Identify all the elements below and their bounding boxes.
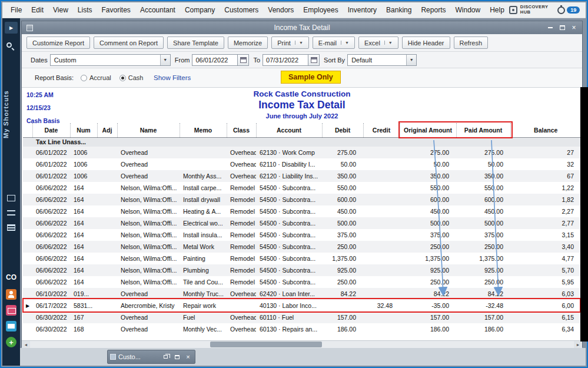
table-row[interactable]: 06/30/2022167OverheadFuelOverhead60110 ·… — [23, 311, 581, 323]
share-template-button[interactable]: Share Template — [167, 37, 224, 49]
mail-icon[interactable] — [6, 321, 16, 331]
camera-icon[interactable] — [6, 305, 16, 316]
calendar-icon — [311, 57, 317, 63]
to-date-input[interactable]: 07/31/2022 — [263, 54, 308, 66]
refresh-button[interactable]: Refresh — [454, 37, 489, 49]
maximize-button[interactable] — [556, 23, 568, 33]
customize-report-button[interactable]: Customize Report — [26, 37, 90, 49]
timer-button[interactable]: 19 — [557, 6, 580, 14]
scrollbar-thumb[interactable] — [210, 342, 322, 347]
menu-item-employees[interactable]: Employees — [298, 2, 343, 18]
grid-icon[interactable] — [7, 224, 15, 231]
horizontal-scrollbar[interactable]: ◄ ► — [22, 340, 582, 348]
report-basis-label: Report Basis: — [35, 74, 74, 81]
menu-item-favorites[interactable]: Favorites — [97, 2, 135, 18]
memorize-button[interactable]: Memorize — [228, 37, 268, 49]
column-header-paid-amount[interactable]: Paid Amount — [456, 123, 510, 137]
menu-item-company[interactable]: Company — [180, 2, 220, 18]
chevron-down-icon[interactable]: ▼ — [341, 41, 349, 45]
cell-account: 54500 · Subcontra... — [256, 276, 322, 288]
comment-on-report-button[interactable]: Comment on Report — [94, 37, 164, 49]
cell-adj — [97, 170, 117, 182]
minimize-button[interactable] — [544, 23, 556, 33]
menu-item-customers[interactable]: Customers — [220, 2, 263, 18]
e-mail-button[interactable]: E-mail▼ — [313, 37, 355, 49]
column-header-class[interactable]: Class — [227, 123, 256, 137]
from-calendar-button[interactable] — [237, 54, 249, 66]
menu-item-reports[interactable]: Reports — [416, 2, 450, 18]
table-row[interactable]: 06/06/2022164Nelson, Wilma:Offi...Electr… — [23, 217, 581, 229]
table-row[interactable]: 06/06/2022164Nelson, Wilma:Offi...Instal… — [23, 194, 581, 205]
column-header-adj[interactable]: Adj — [97, 123, 117, 137]
list-icon[interactable] — [7, 210, 15, 216]
table-row[interactable]: 06/01/20221006OverheadMonthly Ass...Over… — [23, 170, 581, 182]
dates-dropdown[interactable]: Custom▼ — [50, 54, 171, 66]
column-header-name[interactable]: Name — [117, 123, 180, 137]
column-header-account[interactable]: Account — [256, 123, 322, 137]
minimized-window[interactable]: Custo... × — [107, 350, 195, 364]
menu-item-inventory[interactable]: Inventory — [343, 2, 381, 18]
table-row[interactable]: 06/06/2022164Nelson, Wilma:Offi...Tile a… — [23, 276, 581, 288]
table-row[interactable]: 06/06/2022164Nelson, Wilma:Offi...Instal… — [23, 229, 581, 241]
search-button[interactable] — [6, 39, 16, 49]
scroll-right-arrow[interactable]: ► — [574, 341, 582, 348]
menu-item-file[interactable]: File — [6, 2, 26, 18]
accrual-label: Accrual — [89, 74, 111, 81]
maximize-button[interactable] — [172, 353, 181, 361]
column-header-balance[interactable]: Balance — [510, 123, 581, 137]
menu-item-window[interactable]: Window — [450, 2, 485, 18]
table-row[interactable]: 06/06/2022164Nelson, Wilma:Offi...Heatin… — [23, 205, 581, 217]
chevron-down-icon[interactable]: ▼ — [295, 41, 303, 45]
window-title-bar[interactable]: Income Tax Detail × — [22, 21, 582, 34]
marker-column-header — [23, 123, 32, 137]
row-marker-cell — [23, 217, 32, 229]
column-header-credit[interactable]: Credit — [363, 123, 400, 137]
menu-item-view[interactable]: View — [48, 2, 73, 18]
cell-original-amount: 275.00 — [400, 147, 456, 158]
cash-radio[interactable]: Cash — [119, 74, 144, 81]
chevron-down-icon[interactable]: ▼ — [384, 41, 393, 45]
table-row[interactable]: 06/10/2022019...OverheadMonthly Truc...O… — [23, 288, 581, 300]
menu-item-vendors[interactable]: Vendors — [263, 2, 298, 18]
cell-credit — [363, 182, 400, 194]
person-icon[interactable] — [6, 289, 16, 300]
add-icon[interactable]: + — [6, 337, 16, 347]
close-button[interactable]: × — [184, 353, 192, 361]
my-shortcuts-tab[interactable]: My Shortcuts — [2, 64, 20, 164]
table-row[interactable]: 06/06/2022164Nelson, Wilma:Offi...Plumbi… — [23, 264, 581, 276]
column-header-memo[interactable]: Memo — [180, 123, 227, 137]
print-button[interactable]: Print▼ — [271, 37, 309, 49]
table-row[interactable]: 06/01/20221006OverheadOverhead62110 · Di… — [23, 158, 581, 170]
table-row[interactable]: 06/01/20221006OverheadOverhead62130 · Wo… — [23, 147, 581, 158]
table-row[interactable]: ▶06/17/20225831...Abercrombie, KristyRep… — [23, 300, 581, 311]
column-header-num[interactable]: Num — [70, 123, 97, 137]
to-calendar-button[interactable] — [308, 54, 320, 66]
column-header-original-amount[interactable]: Original Amount — [400, 123, 456, 137]
menu-item-help[interactable]: Help — [485, 2, 509, 18]
menu-item-edit[interactable]: Edit — [26, 2, 48, 18]
column-header-debit[interactable]: Debit — [322, 123, 363, 137]
table-row[interactable]: 06/06/2022164Nelson, Wilma:Offi...Metal … — [23, 241, 581, 253]
show-filters-link[interactable]: Show Filters — [154, 74, 191, 81]
menu-item-banking[interactable]: Banking — [381, 2, 416, 18]
window-thumbnail-icon[interactable] — [7, 195, 15, 201]
discovery-hub-button[interactable]: DISCOVERY HUB — [509, 5, 549, 15]
co-badge[interactable]: CO — [2, 273, 20, 281]
scroll-left-arrow[interactable]: ◄ — [22, 341, 30, 348]
expand-sidebar-button[interactable]: ▶ — [5, 22, 18, 34]
cell-credit — [363, 311, 400, 323]
close-button[interactable]: × — [568, 23, 580, 33]
table-row[interactable]: 06/06/2022164Nelson, Wilma:Offi...Instal… — [23, 182, 581, 194]
table-row[interactable]: 06/30/2022168OverheadMonthly Vec...Overh… — [23, 323, 581, 335]
excel-button[interactable]: Excel▼ — [358, 37, 398, 49]
from-date-input[interactable]: 06/01/2022 — [192, 54, 238, 66]
menu-item-accountant[interactable]: Accountant — [135, 2, 180, 18]
sort-by-dropdown[interactable]: Default▼ — [347, 54, 417, 66]
hide-header-button[interactable]: Hide Header — [402, 37, 450, 49]
column-header-date[interactable]: Date — [32, 123, 70, 137]
table-row[interactable]: 06/06/2022164Nelson, Wilma:Offi...Painti… — [23, 253, 581, 264]
accrual-radio[interactable]: Accrual — [81, 74, 111, 81]
menu-item-lists[interactable]: Lists — [73, 2, 97, 18]
cell-balance: 2,27 — [510, 205, 581, 217]
restore-button[interactable] — [161, 353, 170, 361]
